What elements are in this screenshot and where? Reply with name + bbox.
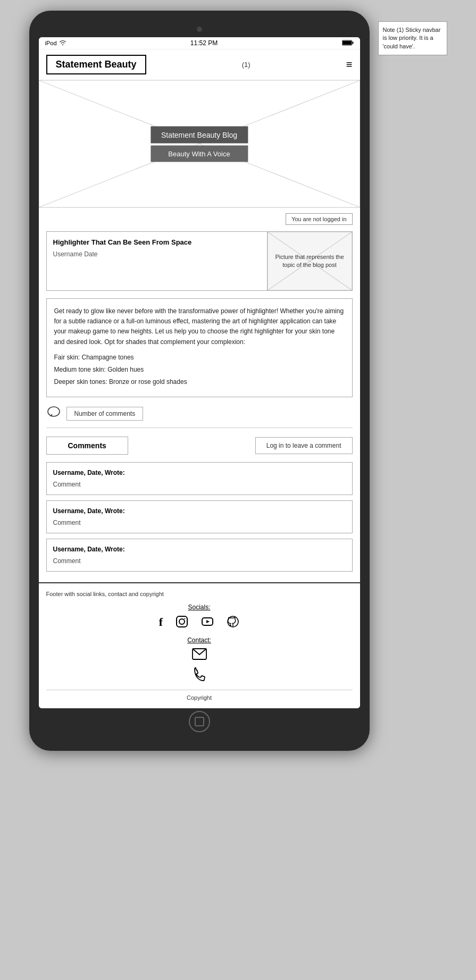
device-camera [197,27,202,32]
status-right [342,40,354,47]
comment-author: Username, Date, Wrote: [53,546,346,553]
hero-overlay: Statement Beauty Blog Beauty With A Voic… [151,126,248,162]
table-row: Username, Date, Wrote: Comment [46,500,353,533]
social-icons-row: f [46,615,353,631]
footer-socials: Socials: f [46,604,353,631]
svg-rect-11 [177,616,187,627]
comments-count-badge: Number of comments [66,407,144,421]
device-top-bar [39,21,360,37]
svg-rect-2 [343,41,352,45]
svg-point-13 [185,618,186,619]
comment-text: Comment [53,481,346,488]
post-image-label: Picture that represents the topic of the… [268,249,352,274]
socials-label: Socials: [46,604,353,611]
device-bottom [39,708,360,735]
navbar: Statement Beauty (1) ≡ [39,49,360,80]
footer-note: Footer with social links, contact and co… [46,591,353,597]
post-body-paragraph-1: Get ready to glow like never before with… [54,306,345,347]
svg-marker-15 [206,620,210,623]
main-content: You are not logged in Highlighter That C… [39,208,360,582]
comment-text: Comment [53,519,346,526]
instagram-icon[interactable] [176,615,188,631]
login-to-comment-button[interactable]: Log in to leave a comment [255,437,353,454]
navbar-notification: (1) [242,61,250,69]
contact-icons [46,648,353,684]
sidebar-note-text: Note (1) Sticky navbar is low priority. … [383,27,441,49]
hero-section: Statement Beauty Blog Beauty With A Voic… [39,80,360,208]
svg-point-12 [179,619,185,624]
svg-point-10 [48,407,60,416]
home-button-inner [195,717,204,726]
footer: Footer with social links, contact and co… [39,582,360,708]
hamburger-menu-icon[interactable]: ≡ [346,58,353,71]
battery-icon [342,40,354,47]
post-body: Get ready to glow like never before with… [46,298,353,397]
comments-section: Comments Log in to leave a comment Usern… [46,437,353,572]
outer-wrapper: iPod 11:52 PM Statement Beauty (1) ≡ [29,11,447,751]
post-header-left: Highlighter That Can Be Seen From Space … [47,232,262,290]
comments-count-row: Number of comments [46,405,353,428]
home-button[interactable] [189,711,210,732]
post-image-box: Picture that represents the topic of the… [267,232,352,290]
post-title: Highlighter That Can Be Seen From Space [53,238,255,246]
table-row: Username, Date, Wrote: Comment [46,539,353,572]
skin-tone-list: Fair skin: Champagne tones Medium tone s… [54,353,345,388]
footer-contact: Contact: [46,636,353,684]
navbar-logo[interactable]: Statement Beauty [46,55,146,74]
youtube-icon[interactable] [201,615,214,631]
hero-title: Statement Beauty Blog [151,126,248,143]
contact-label: Contact: [46,636,353,644]
footer-copyright: Copyright [46,690,353,701]
comments-heading: Comments [46,437,128,455]
wifi-icon [59,40,66,46]
phone-icon[interactable] [194,667,205,684]
email-icon[interactable] [192,648,207,663]
comments-header-row: Comments Log in to leave a comment [46,437,353,455]
status-time: 11:52 PM [190,39,218,47]
skin-item-1: Fair skin: Champagne tones [54,353,345,363]
status-left: iPod [45,40,66,46]
post-header: Highlighter That Can Be Seen From Space … [46,231,353,291]
skin-item-2: Medium tone skin: Golden hues [54,365,345,375]
status-bar: iPod 11:52 PM [39,37,360,49]
login-status-badge: You are not logged in [286,213,353,225]
github-icon[interactable] [227,615,239,631]
comment-text: Comment [53,557,346,565]
comment-author: Username, Date, Wrote: [53,469,346,476]
skin-item-3: Deeper skin tones: Bronze or rose gold s… [54,377,345,387]
device-screen: iPod 11:52 PM Statement Beauty (1) ≡ [39,37,360,708]
table-row: Username, Date, Wrote: Comment [46,462,353,495]
comment-author: Username, Date, Wrote: [53,507,346,515]
sidebar-note: Note (1) Sticky navbar is low priority. … [378,21,447,55]
device-frame: iPod 11:52 PM Statement Beauty (1) ≡ [29,11,370,751]
hero-subtitle: Beauty With A Voice [151,145,248,162]
svg-rect-1 [352,41,353,44]
comment-bubble-icon [46,405,61,422]
post-meta: Username Date [53,250,255,258]
login-status-bar: You are not logged in [46,213,353,225]
facebook-icon[interactable]: f [159,615,163,631]
ipod-label: iPod [45,40,57,46]
